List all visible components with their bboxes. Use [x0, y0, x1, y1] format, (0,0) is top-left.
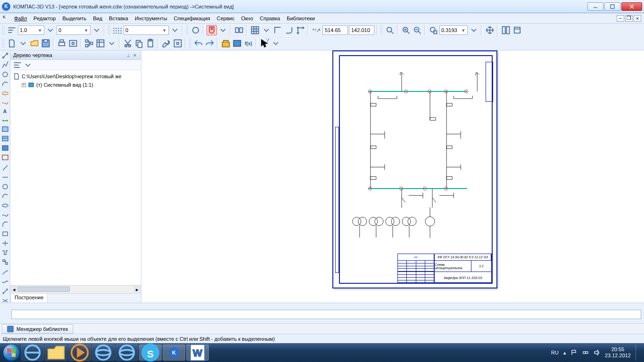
menu-edit[interactable]: Редактор — [31, 15, 58, 22]
system-tray[interactable]: RU ▴ 20:55 23.12.2012 — [551, 345, 642, 361]
menu-insert[interactable]: Вставка — [106, 15, 131, 22]
menu-spec[interactable]: Спецификация — [171, 15, 213, 22]
menu-tools[interactable]: Инструменты — [132, 15, 170, 22]
redo-button[interactable] — [205, 38, 215, 49]
copy-button[interactable] — [134, 38, 144, 49]
style-more-button[interactable] — [170, 25, 180, 35]
scale-input[interactable] — [20, 27, 38, 33]
linestyle-button[interactable] — [112, 25, 123, 35]
edit-more-button[interactable] — [1, 258, 9, 266]
snap-toggle-button[interactable] — [190, 25, 201, 35]
scroll-left-button[interactable]: ◂ — [10, 286, 18, 294]
table-button[interactable] — [1, 125, 9, 133]
tray-network-icon[interactable] — [582, 349, 589, 356]
toolbar-grip[interactable] — [2, 25, 5, 35]
expand-icon[interactable]: + — [22, 83, 26, 87]
layer-more-button[interactable] — [91, 25, 102, 35]
geom-ellipse-button[interactable] — [1, 89, 9, 98]
edit-arc-button[interactable] — [1, 192, 9, 200]
grid-dd-button[interactable] — [261, 25, 272, 35]
mdi-restore-button[interactable]: ❐ — [625, 15, 633, 22]
tray-volume-icon[interactable] — [594, 349, 600, 356]
zoom-input[interactable] — [441, 27, 461, 33]
props-button[interactable] — [161, 38, 172, 49]
taskbar-wmp-button[interactable] — [68, 345, 91, 361]
tree-hscroll[interactable]: ◂ ▸ — [10, 285, 141, 293]
library-mgr-button[interactable] — [221, 38, 231, 49]
zoom-window-button[interactable] — [428, 25, 438, 35]
zoom-dd-button[interactable] — [469, 25, 479, 35]
attributes-button[interactable] — [95, 38, 106, 49]
magnet-button[interactable] — [206, 25, 217, 35]
edit-chamfer-button[interactable] — [1, 220, 9, 229]
save-button[interactable] — [41, 38, 51, 49]
current-state-button[interactable] — [7, 25, 17, 35]
preview-button[interactable] — [68, 38, 78, 49]
minimize-button[interactable] — [587, 2, 603, 11]
edit-trim-button[interactable] — [1, 239, 9, 247]
tree-dd-button[interactable] — [23, 60, 33, 70]
toolbar-grip[interactable] — [2, 38, 5, 49]
tray-flag-icon[interactable] — [571, 349, 578, 356]
toolbar-grip[interactable] — [186, 25, 189, 35]
maximize-button[interactable] — [604, 2, 620, 11]
library-manager-tab[interactable]: Менеджер библиотек — [2, 324, 73, 334]
tree-view-button[interactable] — [12, 60, 23, 70]
edit-rect-button[interactable] — [1, 230, 9, 238]
rebuild-button[interactable] — [501, 25, 511, 35]
edit-spline-button[interactable] — [1, 211, 9, 219]
mdi-close-button[interactable]: × — [634, 15, 641, 22]
tray-clock[interactable]: 20:55 23.12.2012 — [605, 346, 631, 359]
edit-line-button[interactable] — [1, 164, 9, 172]
zoom-combo[interactable]: ▾ — [439, 25, 468, 35]
new-dd-button[interactable] — [18, 38, 28, 49]
scale-combo[interactable]: ▾ — [18, 25, 44, 35]
toolbar-grip[interactable] — [107, 25, 110, 35]
edit-ellipse-button[interactable] — [1, 201, 9, 210]
open-button[interactable] — [29, 38, 40, 49]
mdi-minimize-button[interactable]: − — [617, 15, 624, 22]
help-cursor-button[interactable]: ? — [259, 38, 270, 49]
menu-service[interactable]: Сервис — [214, 15, 238, 22]
edit-conn-button[interactable] — [1, 248, 9, 257]
zoom-out-button[interactable] — [412, 25, 422, 35]
menu-help[interactable]: Справка — [257, 15, 283, 22]
tree-view-node[interactable]: + (т) Системный вид (1:1) — [10, 81, 141, 89]
toolbar-grip[interactable] — [189, 38, 191, 49]
menu-view[interactable]: Вид — [90, 15, 105, 22]
param-button[interactable] — [234, 25, 244, 35]
tree-button[interactable] — [84, 38, 94, 49]
panel-close-button[interactable]: × — [132, 52, 138, 58]
snap-settings-button[interactable] — [218, 25, 228, 35]
grid-button[interactable] — [250, 25, 260, 35]
round-button[interactable] — [284, 25, 294, 35]
scroll-right-button[interactable]: ▸ — [133, 286, 141, 294]
pin-button[interactable]: ⟂ — [125, 52, 132, 58]
hatch-button[interactable] — [1, 144, 9, 152]
paste-button[interactable] — [145, 38, 156, 49]
doc-icon[interactable]: K — [3, 15, 10, 22]
table2-button[interactable] — [1, 134, 9, 143]
aux-line-button[interactable] — [1, 268, 9, 277]
aux-curve-button[interactable] — [1, 278, 9, 286]
taskbar-ie2-button[interactable] — [92, 345, 115, 361]
tree-body[interactable]: C:\Users\User\Desktop\чертеж готовый же … — [10, 70, 141, 285]
menu-select[interactable]: Выделить — [59, 15, 89, 22]
start-button[interactable] — [2, 343, 21, 362]
taskbar-word-button[interactable]: W — [186, 345, 209, 361]
geom-multiline-button[interactable] — [1, 61, 9, 69]
layer-input[interactable] — [58, 27, 84, 33]
close-button[interactable] — [621, 2, 642, 11]
scroll-thumb[interactable] — [18, 287, 70, 292]
ortho-button[interactable] — [272, 25, 283, 35]
geom-text-button[interactable]: A — [1, 108, 9, 115]
show-desktop-button[interactable] — [636, 345, 639, 361]
toolbar-grip[interactable] — [380, 25, 383, 35]
edit-circle-button[interactable] — [1, 182, 9, 191]
taskbar-skype-button[interactable]: S — [139, 345, 162, 361]
taskbar-ie-button[interactable] — [21, 345, 44, 361]
tray-lang[interactable]: RU — [551, 350, 559, 355]
tray-chevron-icon[interactable]: ▴ — [563, 350, 566, 356]
pan-button[interactable] — [485, 25, 495, 35]
aux-point-button[interactable] — [1, 287, 9, 296]
